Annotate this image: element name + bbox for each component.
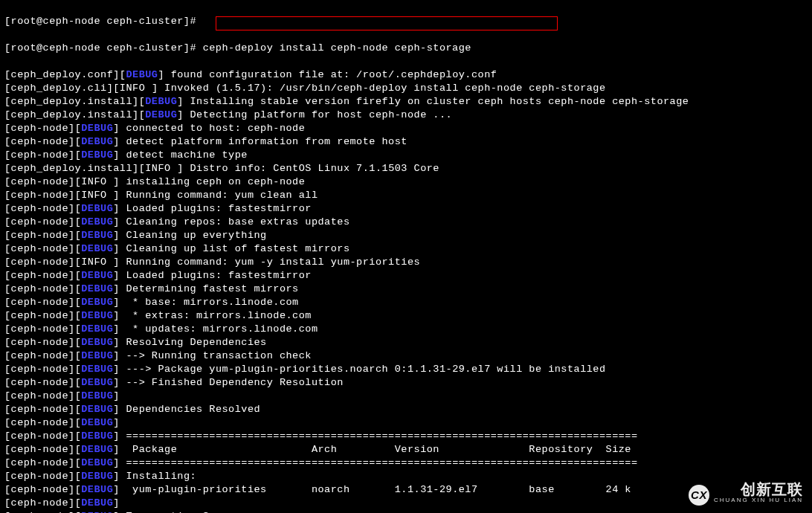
log-line: [ceph-node][INFO ] Running command: yum … bbox=[4, 189, 808, 202]
log-line: [ceph-node][DEBUG] Cleaning up everythin… bbox=[4, 229, 808, 242]
log-line: [ceph-node][DEBUG] bbox=[4, 416, 808, 430]
log-line: [ceph_deploy.install][INFO ] Distro info… bbox=[4, 162, 808, 175]
log-line: [ceph-node][DEBUG] Cleaning repos: base … bbox=[4, 216, 808, 229]
log-line: [ceph-node][DEBUG] Resolving Dependencie… bbox=[4, 336, 808, 349]
log-line: [ceph-node][DEBUG] =====================… bbox=[4, 430, 808, 443]
log-line: [ceph-node][DEBUG] Cleaning up list of f… bbox=[4, 242, 808, 256]
log-line: [ceph-node][DEBUG] * base: mirrors.linod… bbox=[4, 296, 808, 309]
prompt-line-2[interactable]: [root@ceph-node ceph-cluster]# ceph-depl… bbox=[4, 42, 808, 55]
log-line: [ceph-node][DEBUG] Determining fastest m… bbox=[4, 283, 808, 296]
log-line: [ceph-node][DEBUG] Loaded plugins: faste… bbox=[4, 269, 808, 283]
log-line: [ceph-node][INFO ] installing ceph on ce… bbox=[4, 175, 808, 189]
log-line: [ceph-node][DEBUG] bbox=[4, 390, 808, 403]
log-line: [ceph-node][DEBUG] * updates: mirrors.li… bbox=[4, 323, 808, 336]
log-line: [ceph-node][DEBUG] detect platform infor… bbox=[4, 135, 808, 149]
log-line: [ceph-node][DEBUG] detect machine type bbox=[4, 149, 808, 162]
watermark: CX 创新互联 CHUANG XIN HU LIAN bbox=[689, 483, 803, 507]
log-line: [ceph_deploy.install][DEBUG] Detecting p… bbox=[4, 109, 808, 122]
log-line: [ceph_deploy.cli][INFO ] Invoked (1.5.17… bbox=[4, 82, 808, 95]
terminal-output: [root@ceph-node ceph-cluster]# [root@cep… bbox=[0, 0, 812, 513]
log-line: [ceph-node][DEBUG] * extras: mirrors.lin… bbox=[4, 309, 808, 323]
prompt-line-1[interactable]: [root@ceph-node ceph-cluster]# bbox=[4, 15, 808, 28]
log-line: [ceph-node][DEBUG] Package Arch Version … bbox=[4, 443, 808, 456]
log-line: [ceph-node][DEBUG] connected to host: ce… bbox=[4, 122, 808, 135]
log-line: [ceph-node][DEBUG] Transaction Summary bbox=[4, 510, 808, 513]
log-line: [ceph_deploy.install][DEBUG] Installing … bbox=[4, 95, 808, 109]
log-line: [ceph-node][INFO ] Running command: yum … bbox=[4, 256, 808, 269]
log-line: [ceph-node][DEBUG] bbox=[4, 497, 808, 510]
log-line: [ceph-node][DEBUG] yum-plugin-priorities… bbox=[4, 483, 808, 497]
watermark-sub: CHUANG XIN HU LIAN bbox=[714, 494, 803, 507]
log-line: [ceph-node][DEBUG] --> Running transacti… bbox=[4, 349, 808, 363]
log-line: [ceph-node][DEBUG] Installing: bbox=[4, 470, 808, 483]
log-line: [ceph-node][DEBUG] --> Finished Dependen… bbox=[4, 376, 808, 390]
log-line: [ceph-node][DEBUG] =====================… bbox=[4, 456, 808, 470]
log-line: [ceph-node][DEBUG] Loaded plugins: faste… bbox=[4, 202, 808, 216]
watermark-logo-icon: CX bbox=[689, 485, 709, 506]
log-line: [ceph_deploy.conf][DEBUG] found configur… bbox=[4, 68, 808, 82]
log-line: [ceph-node][DEBUG] Dependencies Resolved bbox=[4, 403, 808, 416]
log-line: [ceph-node][DEBUG] ---> Package yum-plug… bbox=[4, 363, 808, 376]
